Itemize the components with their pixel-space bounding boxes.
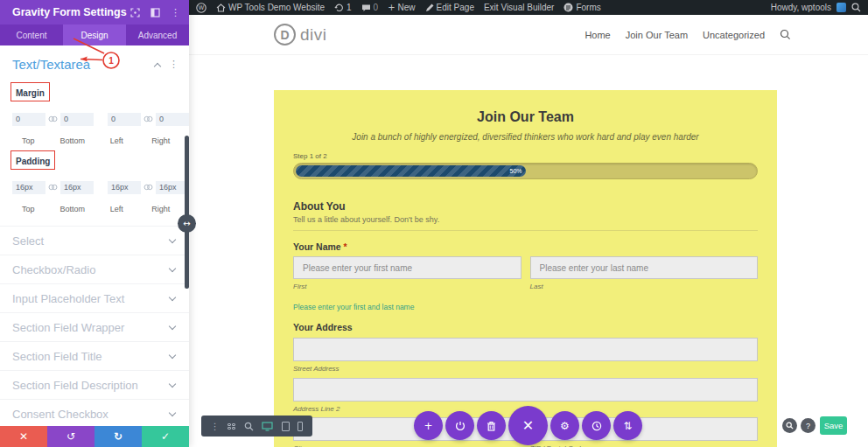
home-icon xyxy=(216,3,226,12)
divi-logo-text: divi xyxy=(300,25,327,45)
pencil-icon xyxy=(425,3,434,12)
panel-scrollbar[interactable] xyxy=(185,136,189,289)
tablet-view-icon[interactable] xyxy=(282,422,290,431)
toggle-menu-icon[interactable]: ⋮ xyxy=(169,59,178,70)
site-logo[interactable]: D divi xyxy=(274,24,327,45)
admin-search-icon[interactable] xyxy=(851,3,861,12)
margin-left-input[interactable] xyxy=(108,113,141,126)
admin-bar-comments[interactable]: 0 xyxy=(361,3,379,12)
howdy-label[interactable]: Howdy, wptools xyxy=(771,3,831,12)
padding-annotation-box: Padding xyxy=(10,150,55,170)
tab-advanced[interactable]: Advanced xyxy=(126,24,189,45)
margin-top-input[interactable] xyxy=(12,113,46,126)
help-button[interactable]: ? xyxy=(801,418,816,433)
admin-bar-updates[interactable]: 1 xyxy=(334,3,352,12)
panel-menu-icon[interactable]: ⋮ xyxy=(171,7,180,18)
link-values-icon[interactable] xyxy=(144,115,153,122)
phone-view-icon[interactable] xyxy=(298,422,303,431)
nav-item-uncategorized[interactable]: Uncategorized xyxy=(703,30,765,40)
disable-module-button[interactable] xyxy=(445,411,474,440)
edit-page-label: Edit Page xyxy=(437,3,474,12)
link-values-icon[interactable] xyxy=(48,184,58,191)
settings-panel-title: Gravity Form Settings xyxy=(12,6,130,18)
settings-panel-header[interactable]: Gravity Form Settings ⋮ xyxy=(0,0,189,24)
field-left: Left xyxy=(101,205,133,213)
chevron-down-icon xyxy=(169,235,176,242)
discard-button[interactable]: ✕ xyxy=(0,426,47,447)
chevron-down-icon xyxy=(169,351,176,358)
section-field-description[interactable]: Section Field Description xyxy=(0,371,189,400)
address-line2-input[interactable] xyxy=(293,378,758,402)
delete-module-button[interactable] xyxy=(477,411,506,440)
street-address-input[interactable] xyxy=(293,338,758,361)
section-field-title[interactable]: Section Field Title xyxy=(0,342,189,371)
padding-top-input[interactable] xyxy=(12,181,46,194)
desktop-view-icon[interactable] xyxy=(262,422,273,431)
section-select[interactable]: Select xyxy=(0,227,189,255)
module-settings-button[interactable]: ⚙ xyxy=(550,411,579,440)
panel-layout-icon[interactable] xyxy=(150,8,160,17)
progress-bar: 50% xyxy=(293,163,758,179)
your-name-label: Your Name * xyxy=(293,241,758,252)
chevron-down-icon xyxy=(169,322,176,329)
close-settings-button[interactable]: ✕ xyxy=(508,406,548,445)
gravity-form-settings-panel: Gravity Form Settings ⋮ Content Design A… xyxy=(0,0,189,447)
section-input-placeholder-text[interactable]: Input Placeholder Text xyxy=(0,284,189,313)
exit-visual-builder[interactable]: Exit Visual Builder xyxy=(484,3,554,12)
save-button[interactable]: Save xyxy=(820,416,847,435)
padding-group: Padding Top Bottom Left Right xyxy=(0,145,189,213)
link-values-icon[interactable] xyxy=(144,184,153,191)
last-sublabel: Last xyxy=(530,283,759,290)
admin-bar-forms[interactable]: Forms xyxy=(564,3,600,12)
your-address-label: Your Address xyxy=(293,322,758,332)
undo-button[interactable]: ↺ xyxy=(47,426,94,447)
padding-bottom-input[interactable] xyxy=(60,181,94,194)
admin-bar-edit-page[interactable]: Edit Page xyxy=(425,3,474,12)
accept-button[interactable]: ✓ xyxy=(142,426,189,447)
reorder-button[interactable]: ⇅ xyxy=(613,411,642,440)
street-address-sublabel: Street Address xyxy=(293,365,758,373)
first-name-input[interactable] xyxy=(293,256,522,279)
responsive-view-toolbar: ⋮ xyxy=(201,416,312,437)
about-you-description: Tell us a little about yourself. Don't b… xyxy=(293,215,758,231)
name-field-description: Please enter your first and last name xyxy=(293,303,758,311)
user-avatar[interactable] xyxy=(836,3,846,12)
panel-resize-handle[interactable]: ↔ xyxy=(178,214,196,233)
field-bottom: Bottom xyxy=(56,205,88,213)
divi-logo-icon: D xyxy=(274,24,296,45)
margin-bottom-input[interactable] xyxy=(60,113,94,126)
main-nav: Home Join Our Team Uncategorized xyxy=(584,29,791,40)
about-you-title: About You xyxy=(293,200,758,213)
site-name: WP Tools Demo Website xyxy=(228,3,325,12)
zoom-helper-button[interactable] xyxy=(782,418,797,433)
grid-view-icon[interactable] xyxy=(228,423,235,430)
progress-fill: 50% xyxy=(296,165,526,177)
nav-item-home[interactable]: Home xyxy=(584,30,610,40)
nav-search-icon[interactable] xyxy=(780,29,791,40)
field-top: Top xyxy=(12,136,45,145)
tab-design[interactable]: Design xyxy=(63,24,126,45)
link-values-icon[interactable] xyxy=(48,115,58,122)
admin-bar-site-menu[interactable]: WP Tools Demo Website xyxy=(216,3,325,12)
module-action-buttons: + ✕ ⚙ ⇅ xyxy=(414,406,642,445)
toggle-text-textarea[interactable]: Text/Textarea ⋮ xyxy=(0,45,189,77)
zoom-out-view-icon[interactable] xyxy=(244,422,254,431)
history-button[interactable] xyxy=(582,411,611,440)
wp-logo-menu[interactable]: W xyxy=(196,3,206,13)
section-checkbox-radio[interactable]: Checkbox/Radio xyxy=(0,255,189,284)
padding-left-input[interactable] xyxy=(108,181,141,194)
last-name-input[interactable] xyxy=(530,256,759,279)
section-field-wrapper[interactable]: Section Field Wrapper xyxy=(0,313,189,342)
margin-right-input[interactable] xyxy=(156,113,189,126)
required-asterisk: * xyxy=(344,241,347,252)
add-module-button[interactable]: + xyxy=(414,411,443,440)
redo-button[interactable]: ↻ xyxy=(94,426,142,447)
expand-panel-icon[interactable] xyxy=(130,8,140,17)
toolbar-menu-icon[interactable]: ⋮ xyxy=(211,422,220,431)
tab-content[interactable]: Content xyxy=(0,24,63,45)
form-subtitle: Join a bunch of highly energized, divers… xyxy=(293,132,758,142)
wp-admin-bar: W WP Tools Demo Website 1 0 + New Edit P… xyxy=(189,0,868,15)
nav-item-join-our-team[interactable]: Join Our Team xyxy=(626,30,688,40)
section-consent-checkbox[interactable]: Consent Checkbox xyxy=(0,400,189,429)
admin-bar-new[interactable]: + New xyxy=(388,3,415,12)
